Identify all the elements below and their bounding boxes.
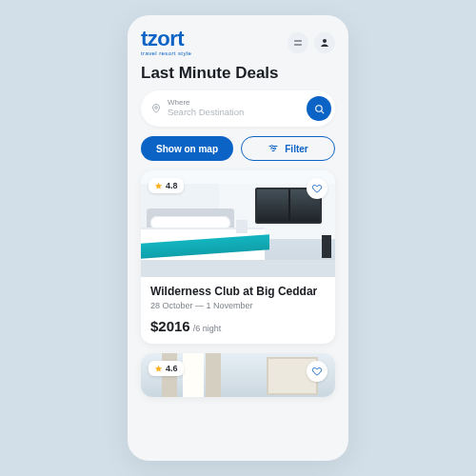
svg-point-1: [155, 107, 158, 109]
top-actions: [288, 32, 335, 53]
menu-icon: [292, 37, 304, 49]
listing-card[interactable]: 4.8 Wilderness Club at Big Ceddar 28 Oct…: [141, 170, 335, 344]
filter-icon: [268, 143, 279, 154]
listing-dates: 28 October — 1 November: [150, 301, 326, 310]
heart-icon: [311, 366, 323, 377]
svg-point-0: [323, 39, 327, 43]
favorite-button[interactable]: [307, 361, 327, 382]
account-button[interactable]: [314, 32, 335, 53]
listing-price-amount: $2016: [150, 318, 190, 334]
search-icon: [313, 103, 326, 115]
app-frame: tzort travel resort style Last Minute De…: [128, 15, 348, 461]
brand: tzort travel resort style: [141, 29, 191, 56]
star-icon: [154, 182, 163, 190]
search-placeholder: Search Destination: [168, 108, 301, 117]
show-on-map-button[interactable]: Show on map: [141, 136, 233, 161]
listing-body: Wilderness Club at Big Ceddar 28 October…: [141, 277, 335, 344]
listing-price-per: /6 night: [193, 324, 222, 333]
rating-value: 4.8: [166, 181, 178, 190]
listing-price: $2016 /6 night: [150, 318, 326, 334]
svg-point-4: [274, 148, 276, 149]
listing-photo: 4.8: [141, 170, 335, 277]
favorite-button[interactable]: [307, 178, 327, 199]
filter-button[interactable]: Filter: [241, 136, 335, 161]
rating-badge: 4.8: [149, 178, 184, 193]
heart-icon: [311, 183, 323, 194]
filter-label: Filter: [285, 144, 307, 154]
svg-point-3: [271, 146, 273, 148]
rating-badge: 4.6: [149, 361, 184, 376]
brand-tagline: travel resort style: [141, 50, 191, 56]
menu-button[interactable]: [288, 32, 308, 53]
topbar: tzort travel resort style: [141, 29, 335, 56]
star-icon: [154, 365, 163, 373]
location-pin-icon: [150, 103, 162, 114]
page-title: Last Minute Deals: [141, 64, 335, 83]
rating-value: 4.6: [166, 364, 178, 373]
user-icon: [319, 37, 330, 49]
listing-card[interactable]: 4.6: [141, 353, 335, 397]
show-on-map-label: Show on map: [156, 144, 218, 154]
listing-photo: 4.6: [141, 353, 335, 397]
controls-row: Show on map Filter: [141, 136, 335, 161]
search-text: Where Search Destination: [168, 99, 301, 117]
brand-name: tzort: [141, 29, 191, 50]
search-bar[interactable]: Where Search Destination: [141, 90, 335, 127]
search-submit-button[interactable]: [307, 96, 331, 121]
listing-title: Wilderness Club at Big Ceddar: [150, 285, 326, 299]
svg-point-2: [315, 105, 322, 111]
